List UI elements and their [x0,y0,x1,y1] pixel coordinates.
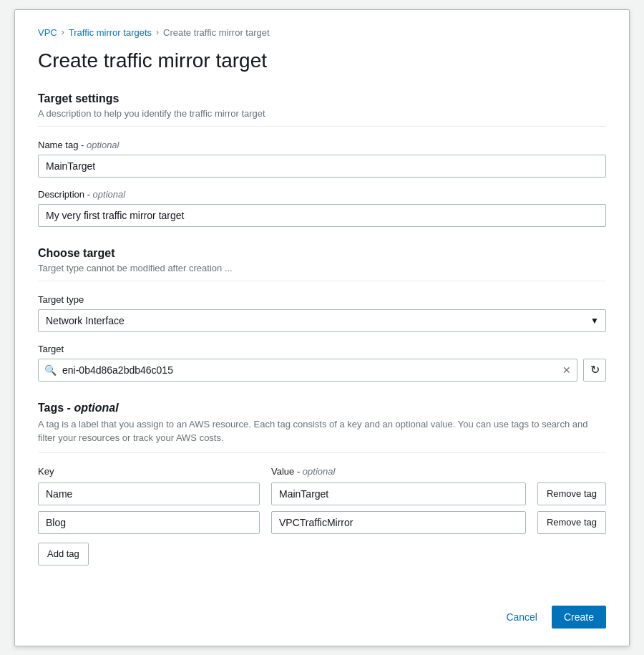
tags-key-col-header: Key [38,466,260,477]
choose-target-section: Choose target Target type cannot be modi… [38,247,606,382]
breadcrumb-sep-2: › [156,27,159,37]
breadcrumb-vpc-link[interactable]: VPC [38,27,57,38]
breadcrumb-sep-1: › [62,27,64,37]
name-tag-field-group: Name tag - optional [38,140,606,178]
target-settings-desc: A description to help you identify the t… [38,108,606,119]
tags-header: Key Value - optional [38,466,606,477]
remove-tag-button[interactable]: Remove tag [537,511,606,534]
tags-section-title: Tags - optional [38,402,606,414]
page-title: Create traffic mirror target [38,49,606,72]
search-icon: 🔍 [39,364,62,376]
description-field-group: Description - optional [38,189,606,227]
breadcrumb-targets-link[interactable]: Traffic mirror targets [69,27,152,38]
target-settings-title: Target settings [38,92,606,105]
choose-target-divider [38,281,606,281]
footer-actions: Cancel Create [38,594,606,629]
target-type-field-group: Target type Network Interface Network Lo… [38,294,606,332]
create-traffic-mirror-target-modal: VPC › Traffic mirror targets › Create tr… [14,9,630,646]
target-field-group: Target 🔍 ✕ ↻ [38,344,606,382]
target-settings-divider [38,126,606,127]
target-type-label: Target type [38,294,606,305]
target-type-select[interactable]: Network Interface Network Load Balancer … [38,309,606,332]
target-label: Target [38,344,606,354]
tags-section: Tags - optional A tag is a label that yo… [38,402,606,566]
target-search-container: 🔍 ✕ [38,359,577,382]
refresh-button[interactable]: ↻ [583,359,606,382]
create-button[interactable]: Create [552,606,606,629]
choose-target-title: Choose target [38,247,606,260]
breadcrumb-current: Create traffic mirror target [163,27,270,38]
description-label: Description - optional [38,189,606,200]
tag-value-input[interactable] [271,482,526,505]
description-input[interactable] [38,204,606,227]
target-settings-section: Target settings A description to help yo… [38,92,606,227]
tag-row: Remove tag [38,511,606,534]
choose-target-desc: Target type cannot be modified after cre… [38,263,606,273]
target-search-wrapper: 🔍 ✕ ↻ [38,359,606,382]
clear-icon[interactable]: ✕ [557,364,577,376]
tag-row: Remove tag [38,482,606,505]
tags-description: A tag is a label that you assign to an A… [38,417,606,445]
cancel-button[interactable]: Cancel [500,606,543,629]
target-type-select-wrapper: Network Interface Network Load Balancer … [38,309,606,332]
name-tag-input[interactable] [38,155,606,178]
name-tag-label: Name tag - optional [38,140,606,150]
tag-key-input[interactable] [38,482,260,505]
remove-tag-button[interactable]: Remove tag [537,482,606,505]
tags-value-col-header: Value - optional [271,466,606,477]
tags-divider [38,452,606,453]
add-tag-button[interactable]: Add tag [38,543,89,566]
target-search-input[interactable] [62,359,557,381]
tag-value-input[interactable] [271,511,526,534]
tag-key-input[interactable] [38,511,260,534]
breadcrumb: VPC › Traffic mirror targets › Create tr… [38,27,606,38]
refresh-icon: ↻ [590,363,600,377]
